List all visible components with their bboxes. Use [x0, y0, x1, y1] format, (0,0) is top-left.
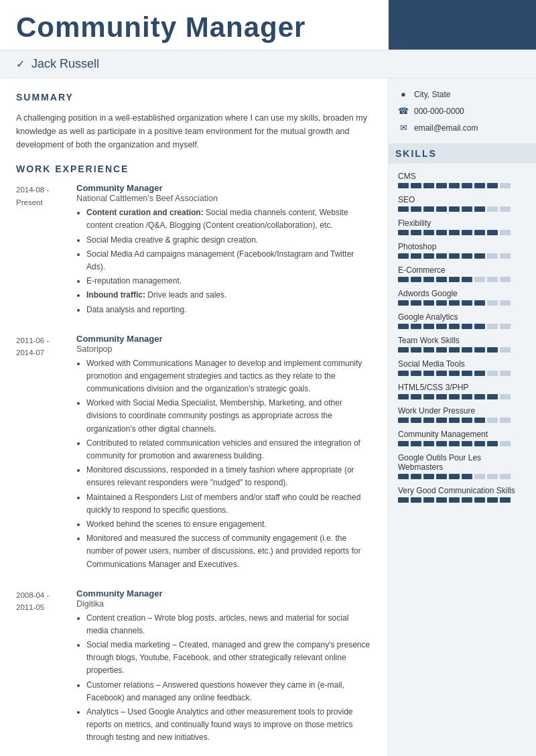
work-entry-1: 2014-08 -Present Community Manager Natio…	[16, 183, 372, 318]
phone-icon: ☎	[398, 106, 409, 116]
bullet-item: Contributed to related communication veh…	[86, 437, 372, 462]
skill-dot	[462, 371, 472, 376]
email-text: email@email.com	[414, 123, 478, 133]
skill-dot	[436, 206, 447, 212]
skill-dot	[449, 474, 460, 479]
skill-name: Work Under Pressure	[398, 406, 527, 416]
skill-bar	[398, 300, 527, 306]
skill-bar	[398, 253, 527, 259]
skill-dot	[411, 183, 421, 188]
skill-dot	[462, 324, 472, 329]
skill-dot	[436, 277, 447, 282]
resume-page: Community Manager ✓ Jack Russell SUMMARY…	[0, 0, 536, 756]
skill-name: Flexibility	[398, 218, 527, 228]
work-details-2: Community Manager Satoripop Worked with …	[76, 334, 372, 572]
skill-dot	[462, 441, 472, 446]
skill-dot	[474, 206, 485, 212]
skill-dot	[500, 418, 511, 423]
skill-dot	[487, 371, 498, 376]
skill-dot	[436, 253, 447, 259]
contact-phone: ☎ 000-000-0000	[398, 106, 527, 116]
skill-item: Photoshop	[398, 242, 527, 259]
person-icon: ✓	[16, 58, 25, 70]
skill-dot	[474, 300, 485, 306]
work-experience-section: WORK EXPERIENCE 2014-08 -Present Communi…	[16, 164, 372, 745]
skill-dot	[449, 230, 460, 235]
skill-dot	[411, 300, 421, 306]
header-accent-block	[389, 0, 536, 50]
skill-dot	[462, 277, 472, 282]
job-title: Community Manager	[16, 12, 373, 43]
skill-name: Photoshop	[398, 242, 527, 251]
work-entry-3: 2008-04 -2011-05 Community Manager Digit…	[16, 588, 372, 746]
skill-dot	[423, 441, 434, 446]
skill-item: Community Management	[398, 430, 527, 446]
skill-dot	[462, 253, 472, 259]
skill-dot	[462, 183, 472, 188]
skill-dot	[423, 230, 434, 235]
skill-dot	[423, 253, 434, 259]
skill-dot	[398, 394, 409, 399]
bullet-item: Maintained a Responders List of members …	[86, 491, 372, 517]
skill-dot	[449, 418, 460, 423]
skill-dot	[500, 253, 511, 259]
bullet-item: Monitored and measured the success of co…	[86, 532, 372, 571]
skills-section: SKILLS CMSSEOFlexibilityPhotoshopE-Comme…	[398, 143, 527, 503]
skill-dot	[398, 441, 409, 446]
skill-dot	[500, 441, 511, 446]
bullet-item: Analytics – Used Google Analytics and ot…	[86, 706, 372, 745]
skill-dot	[411, 206, 421, 212]
skill-dot	[423, 183, 434, 188]
skill-dot	[449, 497, 460, 503]
skill-dot	[462, 230, 472, 235]
skill-item: Team Work Skills	[398, 336, 527, 353]
skill-dot	[449, 300, 460, 306]
skill-name: SEO	[398, 195, 527, 204]
summary-text: A challenging position in a well-establi…	[16, 111, 372, 151]
skill-dot	[398, 324, 409, 329]
skill-dot	[474, 474, 485, 479]
skill-dot	[500, 277, 511, 282]
skill-dot	[474, 183, 485, 188]
skill-dot	[449, 183, 460, 188]
skill-name: Google Outils Pour Les Webmasters	[398, 453, 527, 472]
work-dates-3: 2008-04 -2011-05	[16, 588, 70, 746]
skill-dot	[398, 418, 409, 423]
skill-item: Adwords Google	[398, 289, 527, 306]
skill-dot	[398, 230, 409, 235]
work-bullets-3: Content creation – Wrote blog posts, art…	[76, 612, 372, 745]
skill-dot	[423, 324, 434, 329]
summary-title: SUMMARY	[16, 92, 372, 105]
skill-dot	[411, 324, 421, 329]
skill-dot	[423, 371, 434, 376]
skill-dot	[398, 277, 409, 282]
skill-dot	[462, 418, 472, 423]
skill-dot	[436, 324, 447, 329]
skill-dot	[423, 277, 434, 282]
phone-text: 000-000-0000	[414, 107, 464, 116]
skill-bar	[398, 324, 527, 329]
skill-bar	[398, 371, 527, 376]
bullet-item: Content creation – Wrote blog posts, art…	[86, 612, 372, 637]
skill-dot	[436, 418, 447, 423]
skill-dot	[411, 277, 421, 282]
contact-email: ✉ email@email.com	[398, 123, 527, 133]
skill-item: Very Good Communication Skills	[398, 486, 527, 503]
bullet-item: Data analysis and reporting.	[86, 304, 372, 316]
skill-dot	[487, 206, 498, 212]
work-title-1: Community Manager	[76, 183, 372, 193]
skill-name: E-Commerce	[398, 265, 527, 275]
work-title-2: Community Manager	[76, 334, 372, 344]
skill-dot	[462, 474, 472, 479]
skill-dot	[411, 497, 421, 503]
skill-dot	[436, 371, 447, 376]
location-text: City, State	[414, 90, 450, 99]
skill-dot	[411, 394, 421, 399]
work-title-3: Community Manager	[76, 588, 372, 598]
contact-location: ● City, State	[398, 89, 527, 99]
bullet-item: E-reputation management.	[86, 275, 372, 288]
skill-dot	[487, 418, 498, 423]
skill-dot	[449, 394, 460, 399]
skill-name: Google Analytics	[398, 312, 527, 322]
work-dates-2: 2011-06 -2014-07	[16, 334, 70, 572]
